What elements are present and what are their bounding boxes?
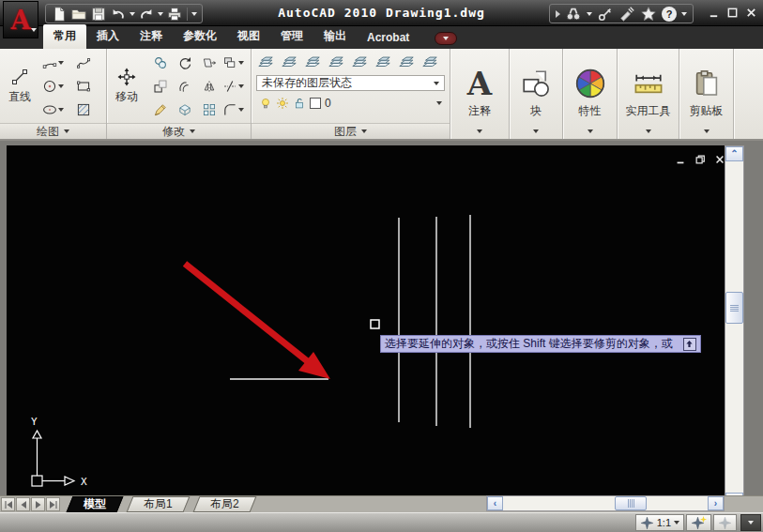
collapse-icon[interactable]: [556, 10, 560, 18]
rectangle-button[interactable]: [71, 74, 95, 98]
panel-layers-footer[interactable]: 图层: [252, 123, 450, 139]
current-layer-name: 0: [325, 97, 331, 110]
hatch-button[interactable]: [71, 98, 95, 121]
ribbon-tab-bar: 常用 插入 注释 参数化 视图 管理 输出 Acrobat: [0, 26, 763, 49]
ribbon-options-button[interactable]: [435, 32, 457, 45]
first-tab-button[interactable]: [1, 497, 15, 511]
layer-freeze-button[interactable]: [395, 51, 418, 73]
annotation-scale-button[interactable]: 1:1: [635, 514, 684, 531]
ellipse-button[interactable]: [41, 98, 65, 121]
search-icon[interactable]: [565, 6, 582, 23]
help-icon[interactable]: ?: [662, 7, 677, 22]
autoscale-button[interactable]: [713, 514, 737, 531]
next-tab-button[interactable]: [31, 497, 45, 511]
subscription-center-icon[interactable]: [597, 6, 614, 23]
tab-output[interactable]: 输出: [313, 24, 357, 49]
vertical-scrollbar[interactable]: ⌃ ⌄: [725, 145, 744, 509]
favorites-icon[interactable]: [640, 6, 657, 23]
layer-isolate-button[interactable]: [348, 51, 371, 73]
panel-draw-footer[interactable]: 绘图: [0, 123, 106, 139]
panel-layers: 未保存的图层状态 0 图层: [252, 49, 450, 139]
layer-match-button[interactable]: [301, 51, 324, 73]
tab-manage[interactable]: 管理: [270, 24, 313, 49]
fillet-button[interactable]: [221, 98, 245, 121]
layer-state-icon: [281, 53, 298, 70]
panel-layers-label: 图层: [334, 124, 357, 140]
stretch-button[interactable]: [197, 51, 221, 74]
maximize-button[interactable]: [726, 7, 739, 19]
chevron-down-icon: [238, 61, 244, 65]
tab-parametric[interactable]: 参数化: [173, 24, 227, 49]
drawing-restore-button[interactable]: [694, 154, 706, 165]
copy-button[interactable]: [148, 51, 172, 74]
horizontal-scrollbar[interactable]: ‹ ›: [486, 495, 725, 511]
scroll-left-button[interactable]: ‹: [487, 496, 503, 510]
chevron-down-icon: [443, 37, 449, 40]
window-controls: [708, 7, 757, 19]
scroll-right-button[interactable]: ›: [708, 496, 724, 510]
horizontal-scroll-thumb[interactable]: [615, 496, 647, 510]
scroll-up-button[interactable]: ⌃: [725, 146, 743, 161]
tab-model[interactable]: 模型: [67, 496, 124, 512]
communication-center-icon[interactable]: [618, 6, 635, 23]
circle-button[interactable]: [41, 74, 65, 98]
search-dropdown-icon[interactable]: [587, 12, 592, 16]
status-bar-menu-button[interactable]: [740, 514, 761, 531]
tab-layout2[interactable]: 布局2: [192, 496, 256, 512]
layer-state-button[interactable]: [278, 51, 300, 73]
move-button[interactable]: 移动: [107, 51, 146, 122]
panel-utilities-label: 实用工具: [626, 103, 671, 119]
minimize-button[interactable]: [708, 7, 720, 19]
layer-state-dropdown[interactable]: 未保存的图层状态: [256, 75, 445, 91]
drawing-minimize-button[interactable]: [675, 154, 686, 165]
array-icon: [202, 102, 217, 117]
explode-button[interactable]: [173, 98, 196, 121]
scale-button[interactable]: [148, 74, 172, 98]
tab-layout1-label: 布局1: [144, 496, 173, 512]
tab-view[interactable]: 视图: [227, 24, 270, 49]
chevron-down-icon: [58, 84, 64, 88]
tab-annotate[interactable]: 注释: [130, 24, 173, 49]
panel-utilities[interactable]: 实用工具: [618, 49, 679, 139]
layer-match-icon: [304, 53, 321, 70]
erase-button[interactable]: [148, 98, 172, 121]
panel-block[interactable]: 块: [510, 49, 563, 139]
panel-annotate[interactable]: A 注释: [450, 49, 510, 139]
layer-off-button[interactable]: [419, 51, 441, 73]
arc-button[interactable]: [41, 51, 65, 74]
last-tab-button[interactable]: [46, 497, 60, 511]
chevron-down-icon: [588, 129, 593, 133]
vertical-scroll-thumb[interactable]: [725, 292, 743, 324]
layer-properties-button[interactable]: [254, 51, 277, 73]
chevron-down-icon: [190, 129, 195, 133]
mirror-button[interactable]: [197, 74, 221, 98]
array-button[interactable]: [197, 98, 221, 121]
layer-unisolate-button[interactable]: [372, 51, 394, 73]
ellipse-icon: [42, 102, 57, 117]
dynamic-input-icon[interactable]: [683, 338, 696, 351]
line-button[interactable]: 直线: [0, 51, 39, 122]
panel-properties[interactable]: 特性: [563, 49, 618, 139]
tab-home[interactable]: 常用: [43, 24, 86, 49]
panel-clipboard[interactable]: 剪贴板: [679, 49, 734, 139]
tab-model-label: 模型: [84, 496, 106, 512]
close-button[interactable]: [745, 7, 757, 19]
tab-layout1[interactable]: 布局1: [127, 496, 191, 512]
annotation-visibility-button[interactable]: [686, 514, 711, 531]
previous-tab-button[interactable]: [16, 497, 30, 511]
panel-draw: 直线 绘图: [0, 49, 107, 139]
tab-insert[interactable]: 插入: [86, 24, 130, 49]
array-stack-button[interactable]: [221, 51, 245, 74]
offset-button[interactable]: [173, 74, 196, 98]
panel-modify-footer[interactable]: 修改: [107, 123, 251, 139]
layer-previous-button[interactable]: [325, 51, 347, 73]
spline-button[interactable]: [71, 51, 95, 74]
trim-button[interactable]: [221, 74, 245, 98]
tab-acrobat[interactable]: Acrobat: [357, 27, 420, 49]
rotate-button[interactable]: [173, 51, 196, 74]
drawing-canvas[interactable]: Y X 选择要延伸的对象，或按住 Shift 键选择要修剪的对象，或: [7, 145, 725, 495]
application-menu-button[interactable]: A: [3, 1, 38, 38]
ucs-x-label: X: [81, 476, 87, 488]
help-dropdown-icon[interactable]: [681, 12, 687, 16]
layer-dropdown[interactable]: 0: [256, 94, 445, 112]
